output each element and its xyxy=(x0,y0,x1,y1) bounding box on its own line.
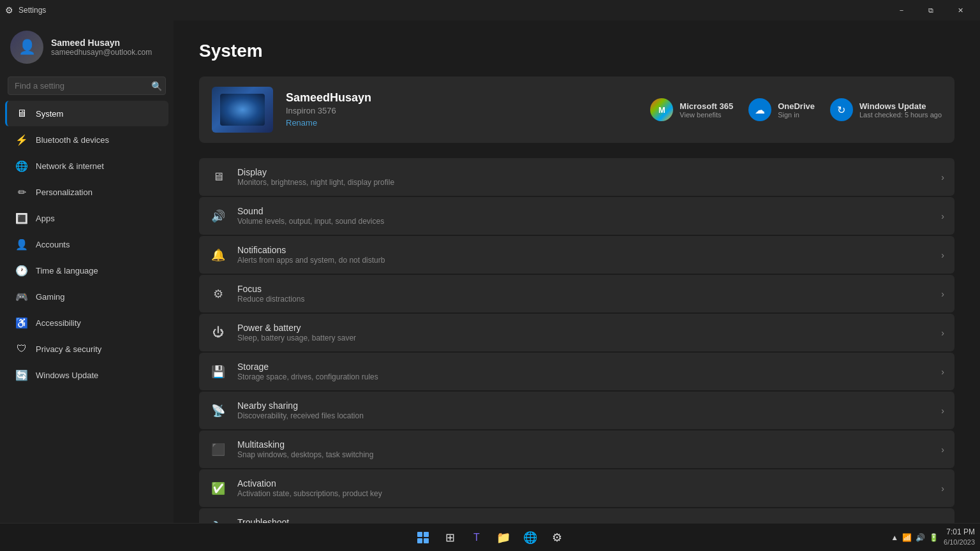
setting-icon-focus: ⚙ xyxy=(209,285,227,303)
device-details: SameedHusayn Inspiron 3576 Rename xyxy=(286,91,637,128)
sidebar-item-time[interactable]: 🕐 Time & language xyxy=(5,258,168,283)
setting-item-display[interactable]: 🖥 Display Monitors, brightness, night li… xyxy=(199,158,954,196)
setting-name-notifications: Notifications xyxy=(237,245,931,255)
nav-icon-winupdate: 🔄 xyxy=(15,369,28,381)
teams-icon: T xyxy=(473,532,480,543)
taskbar-time-value: 7:01 PM xyxy=(944,527,975,538)
chevron-up-icon[interactable]: ▲ xyxy=(891,533,898,542)
search-icon[interactable]: 🔍 xyxy=(151,81,162,91)
setting-text-nearby: Nearby sharing Discoverability, received… xyxy=(237,400,931,420)
setting-text-power: Power & battery Sleep, battery usage, ba… xyxy=(237,323,931,342)
chevron-right-icon-power: › xyxy=(941,328,944,338)
close-button[interactable]: ✕ xyxy=(946,0,975,20)
taskbar-sys-tray: ▲ 📶 🔊 🔋 xyxy=(891,533,939,542)
chevron-right-icon-activation: › xyxy=(941,483,944,494)
setting-name-nearby: Nearby sharing xyxy=(237,400,931,411)
nav-icon-accounts: 👤 xyxy=(15,238,28,251)
taskbar-center: ⊞T📁🌐⚙ xyxy=(411,525,569,550)
device-card: SameedHusayn Inspiron 3576 Rename M Micr… xyxy=(199,77,954,143)
ms365-label: Microsoft 365 xyxy=(679,101,733,111)
setting-icon-sound: 🔊 xyxy=(209,207,227,225)
minimize-button[interactable]: − xyxy=(887,0,916,20)
setting-item-storage[interactable]: 💾 Storage Storage space, drives, configu… xyxy=(199,353,954,390)
setting-text-display: Display Monitors, brightness, night ligh… xyxy=(237,167,931,187)
title-bar-title: Settings xyxy=(19,6,46,15)
setting-item-troubleshoot[interactable]: 🔧 Troubleshoot Recommended troubleshoote… xyxy=(199,508,954,523)
nav-icon-network: 🌐 xyxy=(15,159,28,172)
taskbar-app-files[interactable]: 📁 xyxy=(491,525,516,550)
setting-desc-multitasking: Snap windows, desktops, task switching xyxy=(237,450,931,459)
taskbar-clock[interactable]: 7:01 PM 6/10/2023 xyxy=(944,527,975,547)
app-body: 👤 Sameed Husayn sameedhusayn@outlook.com… xyxy=(0,20,980,523)
sidebar-item-apps[interactable]: 🔳 Apps xyxy=(5,205,168,231)
device-action-winupdate[interactable]: ↻ Windows Update Last checked: 5 hours a… xyxy=(830,98,942,121)
setting-item-focus[interactable]: ⚙ Focus Reduce distractions › xyxy=(199,275,954,312)
user-profile[interactable]: 👤 Sameed Husayn sameedhusayn@outlook.com xyxy=(0,20,174,74)
user-email: sameedhusayn@outlook.com xyxy=(51,48,152,57)
sidebar-item-accessibility[interactable]: ♿ Accessibility xyxy=(5,310,168,335)
setting-desc-sound: Volume levels, output, input, sound devi… xyxy=(237,217,931,226)
taskbar-right: ▲ 📶 🔊 🔋 7:01 PM 6/10/2023 xyxy=(891,527,980,547)
volume-icon[interactable]: 🔊 xyxy=(916,533,925,542)
avatar: 👤 xyxy=(10,31,43,64)
setting-text-troubleshoot: Troubleshoot Recommended troubleshooters… xyxy=(237,517,931,523)
ms365-icon: M xyxy=(650,98,673,121)
setting-item-sound[interactable]: 🔊 Sound Volume levels, output, input, so… xyxy=(199,197,954,235)
setting-desc-display: Monitors, brightness, night light, displ… xyxy=(237,178,931,187)
taskbar-app-settings[interactable]: ⚙ xyxy=(545,525,569,550)
nav-label-privacy: Privacy & security xyxy=(36,344,101,354)
title-bar-controls: − ⧉ ✕ xyxy=(887,0,975,20)
user-name: Sameed Husayn xyxy=(51,38,152,48)
chevron-right-icon-storage: › xyxy=(941,367,944,377)
nav-label-network: Network & internet xyxy=(36,161,104,171)
winupdate-icon: ↻ xyxy=(830,98,853,121)
windows-icon: ⊞ xyxy=(445,531,455,545)
setting-text-activation: Activation Activation state, subscriptio… xyxy=(237,478,931,498)
nav-label-personalization: Personalization xyxy=(36,187,93,197)
chevron-right-icon-notifications: › xyxy=(941,250,944,260)
setting-name-activation: Activation xyxy=(237,478,931,489)
nav-icon-accessibility: ♿ xyxy=(15,316,28,329)
setting-text-storage: Storage Storage space, drives, configura… xyxy=(237,362,931,381)
sidebar-item-winupdate[interactable]: 🔄 Windows Update xyxy=(5,362,168,388)
ms365-sub: View benefits xyxy=(679,111,733,119)
device-action-onedrive[interactable]: ☁ OneDrive Sign in xyxy=(748,98,815,121)
nav-icon-system: 🖥 xyxy=(15,107,28,120)
taskbar-app-windows[interactable]: ⊞ xyxy=(438,525,462,550)
setting-name-power: Power & battery xyxy=(237,323,931,333)
setting-name-focus: Focus xyxy=(237,284,931,294)
setting-item-power[interactable]: ⏻ Power & battery Sleep, battery usage, … xyxy=(199,314,954,351)
nav-label-apps: Apps xyxy=(36,214,55,223)
onedrive-sub: Sign in xyxy=(778,111,815,119)
sidebar-item-privacy[interactable]: 🛡 Privacy & security xyxy=(5,336,168,362)
taskbar-app-start[interactable] xyxy=(411,525,435,550)
taskbar-app-chrome[interactable]: 🌐 xyxy=(518,525,542,550)
setting-item-nearby[interactable]: 📡 Nearby sharing Discoverability, receiv… xyxy=(199,392,954,429)
setting-name-troubleshoot: Troubleshoot xyxy=(237,517,931,523)
nav-label-time: Time & language xyxy=(36,266,98,276)
setting-item-notifications[interactable]: 🔔 Notifications Alerts from apps and sys… xyxy=(199,236,954,274)
sidebar-item-personalization[interactable]: ✏ Personalization xyxy=(5,179,168,205)
device-rename-link[interactable]: Rename xyxy=(286,118,317,128)
taskbar-app-teams[interactable]: T xyxy=(464,525,489,550)
sidebar-item-accounts[interactable]: 👤 Accounts xyxy=(5,231,168,257)
wifi-icon[interactable]: 📶 xyxy=(902,533,912,542)
sidebar-item-gaming[interactable]: 🎮 Gaming xyxy=(5,284,168,309)
winupdate-label: Windows Update xyxy=(859,101,942,111)
device-image xyxy=(212,87,273,133)
sidebar-item-network[interactable]: 🌐 Network & internet xyxy=(5,153,168,179)
setting-item-activation[interactable]: ✅ Activation Activation state, subscript… xyxy=(199,469,954,507)
search-input[interactable] xyxy=(8,77,166,95)
setting-item-multitasking[interactable]: ⬛ Multitasking Snap windows, desktops, t… xyxy=(199,430,954,468)
battery-icon[interactable]: 🔋 xyxy=(929,533,939,542)
nav-label-accounts: Accounts xyxy=(36,240,70,249)
nav-icon-personalization: ✏ xyxy=(15,186,28,198)
sidebar-item-bluetooth[interactable]: ⚡ Bluetooth & devices xyxy=(5,127,168,152)
restore-button[interactable]: ⧉ xyxy=(916,0,946,20)
nav-icon-time: 🕐 xyxy=(15,264,28,277)
setting-desc-storage: Storage space, drives, configuration rul… xyxy=(237,372,931,381)
chevron-right-icon-display: › xyxy=(941,172,944,182)
sidebar-item-system[interactable]: 🖥 System xyxy=(5,101,168,126)
device-action-ms365[interactable]: M Microsoft 365 View benefits xyxy=(650,98,733,121)
nav-label-bluetooth: Bluetooth & devices xyxy=(36,135,109,145)
